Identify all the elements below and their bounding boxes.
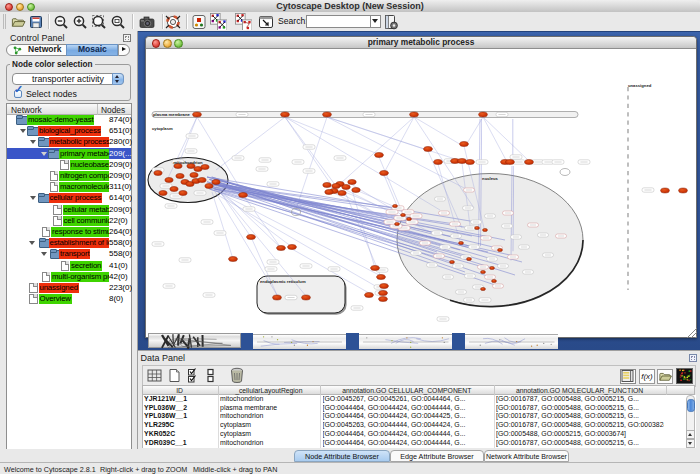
svg-text:mitochondrion: mitochondrion (173, 160, 203, 165)
svg-text:cytoplasm: cytoplasm (152, 126, 173, 131)
svg-text:endoplasmic reticulum: endoplasmic reticulum (260, 279, 306, 284)
svg-text:nucleus: nucleus (482, 176, 498, 181)
svg-text:unassigned: unassigned (628, 83, 652, 88)
svg-text:plasma membrane: plasma membrane (153, 112, 190, 117)
